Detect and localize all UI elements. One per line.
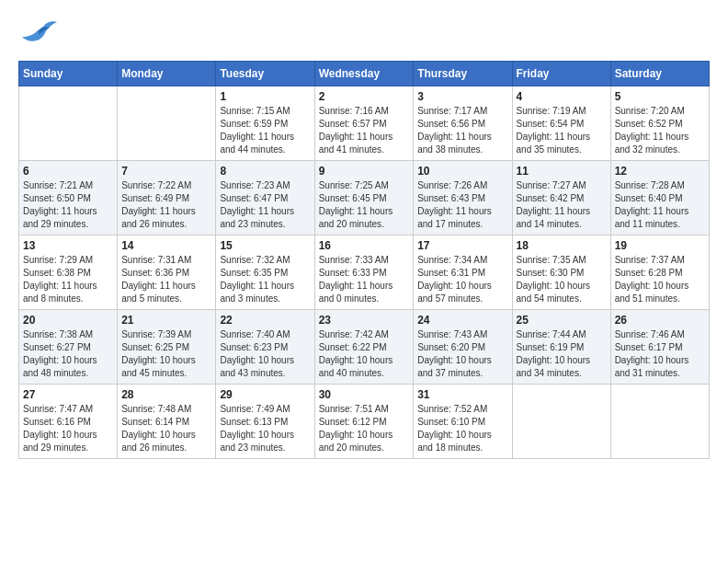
day-number: 18 [517,239,607,252]
day-number: 30 [319,388,410,401]
day-info: Sunrise: 7:22 AMSunset: 6:49 PMDaylight:… [121,179,211,231]
day-info: Sunrise: 7:33 AMSunset: 6:33 PMDaylight:… [319,254,410,305]
logo-icon [18,18,59,52]
calendar-cell: 28Sunrise: 7:48 AMSunset: 6:14 PMDayligh… [118,385,216,459]
day-number: 11 [517,165,607,178]
day-number: 28 [121,388,211,401]
day-number: 2 [319,90,410,103]
day-number: 27 [23,388,113,401]
calendar-cell: 2Sunrise: 7:16 AMSunset: 6:57 PMDaylight… [314,86,414,161]
calendar-cell: 13Sunrise: 7:29 AMSunset: 6:38 PMDayligh… [19,236,118,310]
day-info: Sunrise: 7:47 AMSunset: 6:16 PMDaylight:… [23,403,113,454]
day-number: 15 [220,239,310,252]
calendar-cell: 24Sunrise: 7:43 AMSunset: 6:20 PMDayligh… [414,310,512,385]
calendar-cell: 26Sunrise: 7:46 AMSunset: 6:17 PMDayligh… [610,310,709,385]
day-number: 20 [23,314,113,327]
calendar-cell: 17Sunrise: 7:34 AMSunset: 6:31 PMDayligh… [414,236,512,310]
calendar-cell: 27Sunrise: 7:47 AMSunset: 6:16 PMDayligh… [19,385,118,459]
day-number: 16 [319,239,410,252]
day-number: 7 [121,165,211,178]
calendar-cell: 3Sunrise: 7:17 AMSunset: 6:56 PMDaylight… [414,86,512,161]
calendar-cell [118,86,216,161]
day-info: Sunrise: 7:49 AMSunset: 6:13 PMDaylight:… [220,403,310,454]
day-number: 14 [121,239,211,252]
calendar-cell: 7Sunrise: 7:22 AMSunset: 6:49 PMDaylight… [118,161,216,236]
calendar-cell: 25Sunrise: 7:44 AMSunset: 6:19 PMDayligh… [512,310,610,385]
calendar-cell: 11Sunrise: 7:27 AMSunset: 6:42 PMDayligh… [512,161,610,236]
day-info: Sunrise: 7:31 AMSunset: 6:36 PMDaylight:… [121,254,211,305]
day-number: 12 [615,165,705,178]
calendar-cell [512,385,610,459]
day-number: 25 [517,314,607,327]
calendar-week-row: 6Sunrise: 7:21 AMSunset: 6:50 PMDaylight… [19,161,710,236]
day-info: Sunrise: 7:29 AMSunset: 6:38 PMDaylight:… [23,254,113,305]
day-info: Sunrise: 7:40 AMSunset: 6:23 PMDaylight:… [220,328,310,380]
day-number: 3 [417,90,507,103]
calendar-header-row: SundayMondayTuesdayWednesdayThursdayFrid… [19,62,710,86]
day-info: Sunrise: 7:26 AMSunset: 6:43 PMDaylight:… [417,179,507,231]
calendar-week-row: 27Sunrise: 7:47 AMSunset: 6:16 PMDayligh… [19,385,710,459]
day-info: Sunrise: 7:32 AMSunset: 6:35 PMDaylight:… [220,254,310,305]
day-of-week-header: Saturday [610,62,709,86]
day-info: Sunrise: 7:44 AMSunset: 6:19 PMDaylight:… [517,328,607,380]
calendar-cell: 1Sunrise: 7:15 AMSunset: 6:59 PMDaylight… [216,86,314,161]
calendar-cell: 9Sunrise: 7:25 AMSunset: 6:45 PMDaylight… [314,161,414,236]
day-number: 8 [220,165,310,178]
calendar-cell: 19Sunrise: 7:37 AMSunset: 6:28 PMDayligh… [610,236,709,310]
day-info: Sunrise: 7:28 AMSunset: 6:40 PMDaylight:… [615,179,705,231]
calendar-cell: 23Sunrise: 7:42 AMSunset: 6:22 PMDayligh… [314,310,414,385]
day-info: Sunrise: 7:38 AMSunset: 6:27 PMDaylight:… [23,328,113,380]
day-number: 29 [220,388,310,401]
calendar-cell: 18Sunrise: 7:35 AMSunset: 6:30 PMDayligh… [512,236,610,310]
day-number: 5 [615,90,705,103]
day-of-week-header: Friday [512,62,610,86]
day-info: Sunrise: 7:35 AMSunset: 6:30 PMDaylight:… [517,254,607,305]
calendar-cell: 21Sunrise: 7:39 AMSunset: 6:25 PMDayligh… [118,310,216,385]
day-info: Sunrise: 7:51 AMSunset: 6:12 PMDaylight:… [319,403,410,454]
day-info: Sunrise: 7:52 AMSunset: 6:10 PMDaylight:… [417,403,507,454]
day-number: 24 [417,314,507,327]
calendar-cell: 4Sunrise: 7:19 AMSunset: 6:54 PMDaylight… [512,86,610,161]
calendar-cell: 22Sunrise: 7:40 AMSunset: 6:23 PMDayligh… [216,310,314,385]
calendar-week-row: 1Sunrise: 7:15 AMSunset: 6:59 PMDaylight… [19,86,710,161]
logo [18,18,63,52]
day-info: Sunrise: 7:25 AMSunset: 6:45 PMDaylight:… [319,179,410,231]
day-info: Sunrise: 7:23 AMSunset: 6:47 PMDaylight:… [220,179,310,231]
day-number: 6 [23,165,113,178]
day-number: 1 [220,90,310,103]
calendar-table: SundayMondayTuesdayWednesdayThursdayFrid… [18,61,710,459]
day-of-week-header: Tuesday [216,62,314,86]
calendar-week-row: 13Sunrise: 7:29 AMSunset: 6:38 PMDayligh… [19,236,710,310]
day-of-week-header: Wednesday [314,62,414,86]
day-info: Sunrise: 7:37 AMSunset: 6:28 PMDaylight:… [615,254,705,305]
day-number: 19 [615,239,705,252]
day-info: Sunrise: 7:39 AMSunset: 6:25 PMDaylight:… [121,328,211,380]
day-info: Sunrise: 7:17 AMSunset: 6:56 PMDaylight:… [417,105,507,156]
calendar-cell [610,385,709,459]
calendar-cell: 31Sunrise: 7:52 AMSunset: 6:10 PMDayligh… [414,385,512,459]
day-number: 4 [517,90,607,103]
day-number: 9 [319,165,410,178]
day-number: 23 [319,314,410,327]
day-info: Sunrise: 7:48 AMSunset: 6:14 PMDaylight:… [121,403,211,454]
day-info: Sunrise: 7:16 AMSunset: 6:57 PMDaylight:… [319,105,410,156]
day-number: 13 [23,239,113,252]
calendar-cell: 14Sunrise: 7:31 AMSunset: 6:36 PMDayligh… [118,236,216,310]
calendar-cell: 12Sunrise: 7:28 AMSunset: 6:40 PMDayligh… [610,161,709,236]
day-info: Sunrise: 7:21 AMSunset: 6:50 PMDaylight:… [23,179,113,231]
calendar-week-row: 20Sunrise: 7:38 AMSunset: 6:27 PMDayligh… [19,310,710,385]
calendar-cell: 6Sunrise: 7:21 AMSunset: 6:50 PMDaylight… [19,161,118,236]
day-of-week-header: Monday [118,62,216,86]
day-info: Sunrise: 7:43 AMSunset: 6:20 PMDaylight:… [417,328,507,380]
calendar-cell: 5Sunrise: 7:20 AMSunset: 6:52 PMDaylight… [610,86,709,161]
day-of-week-header: Sunday [19,62,118,86]
day-number: 10 [417,165,507,178]
day-info: Sunrise: 7:34 AMSunset: 6:31 PMDaylight:… [417,254,507,305]
calendar-cell: 16Sunrise: 7:33 AMSunset: 6:33 PMDayligh… [314,236,414,310]
day-info: Sunrise: 7:42 AMSunset: 6:22 PMDaylight:… [319,328,410,380]
day-info: Sunrise: 7:46 AMSunset: 6:17 PMDaylight:… [615,328,705,380]
day-number: 22 [220,314,310,327]
day-info: Sunrise: 7:15 AMSunset: 6:59 PMDaylight:… [220,105,310,156]
day-info: Sunrise: 7:19 AMSunset: 6:54 PMDaylight:… [517,105,607,156]
calendar-cell [19,86,118,161]
